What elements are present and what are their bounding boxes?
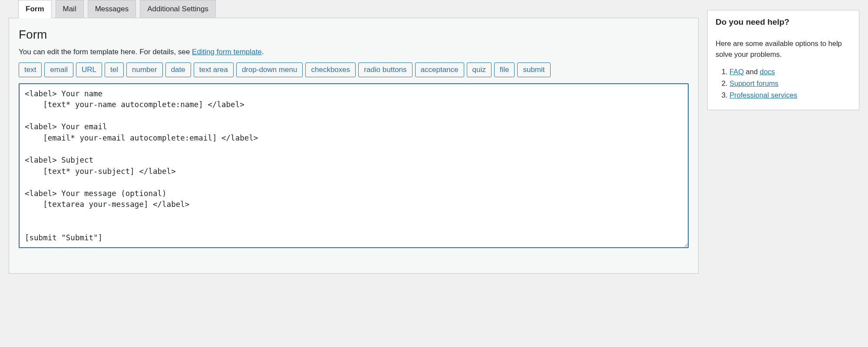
help-list: FAQ and docs Support forums Professional… [716, 68, 851, 99]
form-panel: Form You can edit the form template here… [9, 18, 699, 274]
tag-url-button[interactable]: URL [76, 62, 102, 77]
tab-messages[interactable]: Messages [88, 0, 136, 18]
faq-link[interactable]: FAQ [729, 68, 744, 75]
tag-submit-button[interactable]: submit [517, 62, 550, 77]
tag-acceptance-button[interactable]: acceptance [415, 62, 464, 77]
docs-link[interactable]: docs [760, 68, 775, 75]
tag-date-button[interactable]: date [165, 62, 191, 77]
tag-tel-button[interactable]: tel [105, 62, 124, 77]
tab-form[interactable]: Form [18, 0, 52, 18]
tab-additional-settings[interactable]: Additional Settings [140, 0, 216, 18]
help-item-faq-docs: FAQ and docs [729, 68, 851, 76]
tag-checkboxes-button[interactable]: checkboxes [305, 62, 356, 77]
tag-dropdown-button[interactable]: drop-down menu [236, 62, 303, 77]
tag-file-button[interactable]: file [494, 62, 515, 77]
help-title: Do you need help? [716, 17, 851, 27]
help-item-mid: and [744, 68, 760, 75]
intro-suffix: . [262, 48, 264, 56]
professional-services-link[interactable]: Professional services [729, 91, 797, 99]
tag-text-button[interactable]: text [19, 62, 42, 77]
tag-number-button[interactable]: number [126, 62, 163, 77]
help-intro: Here are some available options to help … [716, 38, 851, 60]
intro-text: You can edit the form template here. For… [19, 48, 192, 56]
help-item-support: Support forums [729, 79, 851, 88]
tag-generator-row: text email URL tel number date text area… [19, 62, 689, 77]
tag-email-button[interactable]: email [44, 62, 73, 77]
support-forums-link[interactable]: Support forums [729, 79, 779, 87]
tab-mail[interactable]: Mail [56, 0, 84, 18]
editor-tabs: Form Mail Messages Additional Settings [9, 0, 699, 18]
editing-template-link[interactable]: Editing form template [192, 48, 262, 56]
tag-textarea-button[interactable]: text area [194, 62, 234, 77]
tag-quiz-button[interactable]: quiz [467, 62, 492, 77]
help-box: Do you need help? Here are some availabl… [707, 10, 859, 110]
section-title: Form [19, 28, 689, 42]
form-template-editor[interactable] [19, 83, 689, 248]
tag-radio-button[interactable]: radio buttons [358, 62, 412, 77]
section-intro: You can edit the form template here. For… [19, 48, 689, 56]
help-item-pro: Professional services [729, 91, 851, 99]
